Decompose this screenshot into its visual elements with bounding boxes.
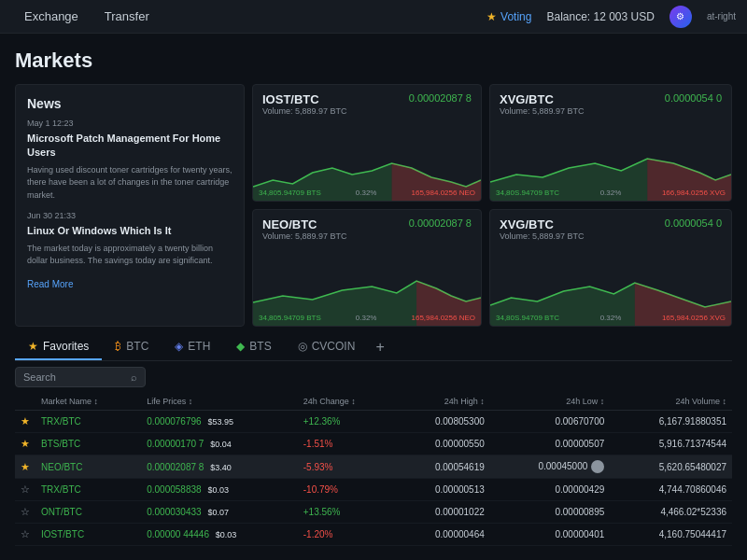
cell-volume: 5,916.71374544 [610,433,732,455]
cell-low: 0.00000507 [490,433,610,455]
sparkline: 34,805.94709 BTS 0.32% 165,984.0256 NEO [253,260,481,326]
market-pair-label: IOST/BTC [262,92,347,106]
star-filled-icon: ★ [21,415,30,427]
cell-high: 0.00000550 [396,433,490,455]
transfer-button[interactable]: Transfer [92,0,162,34]
spark-label-left: 34,805.94709 BTS [259,189,321,197]
star-empty-icon: ☆ [21,483,30,495]
cell-volume: 5,620.65480027 [610,455,732,479]
page-title: Markets [15,49,732,73]
cell-pair: BTS/BTC [35,433,141,455]
user-avatar[interactable]: ⚙ [669,6,692,28]
cell-price: 0.00002087 8 $3.40 [141,455,298,479]
cell-price: 0.000030433 $0.07 [141,501,298,524]
spark-label-left: 34,80S.94709 BTC [496,314,559,322]
cell-high: 0.00805300 [396,411,490,433]
col-24h-low[interactable]: 24h Low ↕ [490,393,610,411]
tab-favorites[interactable]: ★ Favorites [15,334,102,360]
table-row: ☆ IOST/BTC 0.00000 44446 $0.03 -1.20% 0.… [15,524,732,546]
col-life-prices[interactable]: Life Prices ↕ [141,393,298,411]
star-filled-icon: ★ [21,438,30,449]
market-card-neo-btc[interactable]: NEO/BTC Volume: 5,889.97 BTC 0.00002087 … [252,209,482,327]
market-table-section: ⌕ Market Name ↕ Life Prices ↕ 24h Change… [15,367,732,546]
star-toggle[interactable]: ★ [15,433,35,455]
table-row: ☆ TRX/BTC 0.000058838 $0.03 -10.79% 0.00… [15,479,732,501]
price-usd: $53.95 [207,417,233,427]
markets-grid: IOST/BTC Volume: 5,889.97 BTC 0.00002087… [15,84,732,327]
market-volume: Volume: 5,889.97 BTC [500,106,585,116]
cell-price: 0.00000 44446 $0.03 [141,524,298,546]
market-card-iost-btc[interactable]: IOST/BTC Volume: 5,889.97 BTC 0.00002087… [252,84,482,202]
cell-low: 0.00000429 [490,479,610,501]
market-pair-label: XVG/BTC [500,217,585,231]
cell-volume: 4,160.75044417 [610,524,732,546]
tab-cvcoin[interactable]: ◎ CVCOIN [285,334,369,360]
price-usd: $0.04 [210,440,232,449]
cell-change: -5.93% [298,455,397,479]
exchange-button[interactable]: Exchange [11,0,92,34]
sparkline: 34,80S.94709 BTC 0.32% 166,984.0256 XVG [490,135,731,201]
star-filled-icon: ★ [21,461,30,472]
search-bar[interactable]: ⌕ [15,367,146,387]
cell-change: +13.56% [298,501,397,524]
eth-icon: ◈ [175,340,183,353]
spark-label-left: 34,80S.94709 BTC [496,189,559,197]
avatar-icon: ⚙ [676,11,684,21]
cell-volume: 4,466.02*52336 [610,501,732,524]
cvcoin-icon: ◎ [298,340,307,353]
table-body: ★ TRX/BTC 0.000076796 $53.95 +12.36% 0.0… [15,411,732,546]
news-card: News May 1 12:23 Microsoft Patch Managem… [15,84,245,327]
bts-tab-label: BTS [249,340,271,353]
spark-label-right: 165,984.0256 NEO [412,189,476,197]
news-article-2: Jun 30 21:33 Linux Or Windows Which Is I… [27,211,233,267]
cell-low: 0.00000401 [490,524,610,546]
col-market-name[interactable]: Market Name ↕ [35,393,141,411]
market-card-xvg-btc-2[interactable]: XVG/BTC Volume: 5,889.97 BTC 0.0000054 0… [489,209,732,327]
star-icon: ★ [486,10,497,23]
market-price: 0.0000054 0 [665,92,722,104]
table-row: ★ BTS/BTC 0.00000170 7 $0.04 -1.51% 0.00… [15,433,732,455]
read-more-link[interactable]: Read More [27,279,73,289]
spark-label-right: 166,984.0256 XVG [662,189,726,197]
favorites-star-icon: ★ [28,340,38,353]
balance-display: Balance: 12 003 USD [546,10,654,23]
pair-label: BTS/BTC [41,439,80,449]
add-tab-button[interactable]: + [368,335,391,359]
tab-eth[interactable]: ◈ ETH [162,334,223,360]
change-value: -10.79% [303,484,338,495]
sparkline: 34,805.94709 BTS 0.32% 165,984.0256 NEO [253,135,481,201]
price-crypto: 0.000058838 [147,484,201,495]
star-toggle[interactable]: ★ [15,411,35,433]
change-value: +12.36% [303,416,341,427]
cell-high: 0.00000464 [396,524,490,546]
search-input[interactable] [23,371,131,383]
change-value: +13.56% [303,507,341,517]
star-toggle[interactable]: ☆ [15,501,35,524]
market-price: 0.00002087 8 [409,217,472,229]
star-toggle[interactable]: ☆ [15,524,35,546]
col-24h-volume[interactable]: 24h Volume ↕ [610,393,732,411]
market-card-xvg-btc-1[interactable]: XVG/BTC Volume: 5,889.97 BTC 0.0000054 0… [489,84,732,202]
col-24h-change[interactable]: 24h Change ↕ [298,393,397,411]
voting-button[interactable]: ★ Voting [486,10,531,23]
star-toggle[interactable]: ★ [15,455,35,479]
nav-left: Exchange Transfer [11,0,162,34]
sparkline: 34,80S.94709 BTC 0.32% 165,984.0256 XVG [490,260,731,326]
news-section-title: News [27,96,233,111]
tab-btc[interactable]: ₿ BTC [102,334,162,360]
pair-label: TRX/BTC [41,484,81,495]
change-value: -5.93% [303,462,333,472]
cell-low: 0.00670700 [490,411,610,433]
search-icon: ⌕ [131,371,137,383]
news-body-1: Having used discount toner cartridges fo… [27,164,233,203]
news-date-1: May 1 12:23 [27,119,233,128]
star-toggle[interactable]: ☆ [15,479,35,501]
cell-pair: IOST/BTC [35,524,141,546]
price-crypto: 0.000030433 [147,507,201,517]
star-empty-icon: ☆ [21,528,30,539]
tab-bts[interactable]: ◆ BTS [223,334,284,360]
cell-low: 0.00045000 [490,455,610,479]
col-24h-high[interactable]: 24h High ↕ [396,393,490,411]
news-article-1: May 1 12:23 Microsoft Patch Management F… [27,119,233,202]
cell-pair: ONT/BTC [35,501,141,524]
